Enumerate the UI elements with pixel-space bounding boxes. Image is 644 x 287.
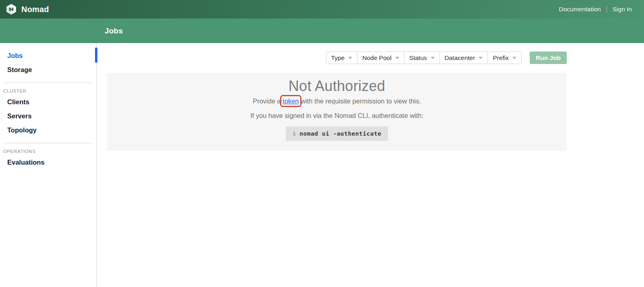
filter-node-pool-label: Node Pool: [362, 54, 391, 62]
filter-prefix-label: Prefix: [493, 54, 509, 62]
filter-prefix-dropdown[interactable]: Prefix: [487, 52, 522, 64]
chevron-down-icon: [512, 57, 516, 59]
filter-status-label: Status: [409, 54, 427, 62]
page-title: Jobs: [105, 27, 123, 35]
sidebar-item-servers[interactable]: Servers: [0, 109, 96, 123]
main-content: Type Node Pool Status Datacenter Prefix: [97, 43, 644, 287]
chevron-down-icon: [348, 57, 352, 59]
message-prefix: Provide a: [253, 97, 283, 105]
navbar-separator: [607, 6, 607, 13]
not-authorized-title: Not Authorized: [107, 78, 567, 95]
chevron-down-icon: [479, 57, 483, 59]
chevron-down-icon: [395, 57, 399, 59]
nomad-home-link[interactable]: Nomad: [6, 4, 49, 15]
sidebar-section-operations: OPERATIONS: [0, 147, 96, 155]
filter-status-dropdown[interactable]: Status: [404, 52, 440, 64]
sign-in-link[interactable]: Sign In: [613, 6, 632, 13]
filter-datacenter-label: Datacenter: [445, 54, 475, 62]
not-authorized-panel: Not Authorized Provide a token with the …: [107, 73, 567, 151]
run-job-button[interactable]: Run Job: [530, 52, 567, 64]
documentation-link[interactable]: Documentation: [559, 6, 601, 13]
message-suffix: with the requisite permission to view th…: [299, 97, 421, 105]
subnav: Jobs: [0, 19, 644, 43]
top-navbar: Nomad Documentation Sign In: [0, 0, 644, 19]
sidebar-item-topology[interactable]: Topology: [0, 123, 96, 137]
brand-name: Nomad: [21, 5, 49, 14]
filter-node-pool-dropdown[interactable]: Node Pool: [357, 52, 404, 64]
navbar-links: Documentation Sign In: [559, 6, 632, 13]
filter-type-label: Type: [331, 54, 345, 62]
sidebar-item-storage[interactable]: Storage: [0, 63, 96, 77]
shell-command: nomad ui -authenticate: [299, 130, 381, 137]
token-link[interactable]: token: [283, 97, 299, 105]
sidebar: Jobs Storage CLUSTER Clients Servers Top…: [0, 43, 97, 287]
filter-dropdown-group: Type Node Pool Status Datacenter Prefix: [326, 52, 522, 64]
cli-code-block: $nomad ui -authenticate: [286, 126, 388, 141]
sidebar-divider: [4, 143, 92, 143]
sidebar-scrollbar-thumb[interactable]: [95, 47, 97, 63]
filter-type-dropdown[interactable]: Type: [326, 52, 358, 64]
chevron-down-icon: [431, 57, 435, 59]
sidebar-item-evaluations[interactable]: Evaluations: [0, 155, 96, 169]
not-authorized-message: Provide a token with the requisite permi…: [107, 97, 567, 105]
sidebar-divider: [4, 83, 92, 83]
nomad-logo-icon: [6, 4, 17, 15]
filter-toolbar: Type Node Pool Status Datacenter Prefix: [107, 52, 567, 64]
sidebar-section-cluster: CLUSTER: [0, 87, 96, 95]
sidebar-item-clients[interactable]: Clients: [0, 95, 96, 109]
sidebar-item-jobs[interactable]: Jobs: [0, 49, 96, 63]
shell-prompt: $: [293, 130, 296, 137]
filter-datacenter-dropdown[interactable]: Datacenter: [440, 52, 488, 64]
cli-message: If you have signed in via the Nomad CLI,…: [107, 112, 567, 120]
